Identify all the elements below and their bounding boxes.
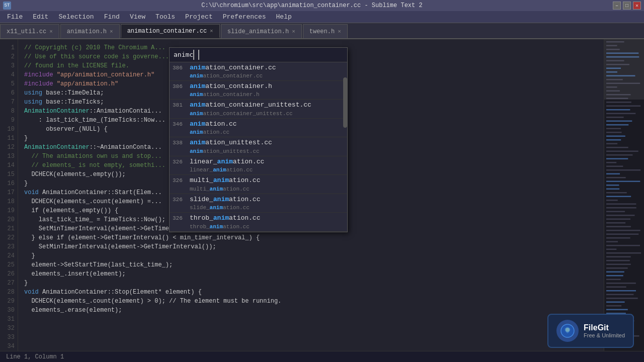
- ac-name: slide_animation.cc: [190, 195, 344, 204]
- tab-close-tab3[interactable]: ×: [210, 28, 213, 34]
- tab-close-tab1[interactable]: ×: [49, 29, 53, 35]
- ac-path: multi_animation.cc: [190, 186, 344, 193]
- autocomplete-scrollbar[interactable]: [343, 77, 347, 128]
- ac-score: 326: [173, 195, 190, 204]
- tab-bar: x11_util.cc×animation.h×animation_contai…: [0, 23, 644, 39]
- autocomplete-item[interactable]: 386 animation_container.h animation_cont…: [170, 81, 347, 100]
- menu-item-selection[interactable]: Selection: [53, 11, 99, 23]
- line-numbers: 1 2 3 4 5 6 7 8 910111213141516171819202…: [0, 39, 18, 351]
- line-number-11: 11: [4, 134, 15, 143]
- autocomplete-item[interactable]: 338 animation_unittest.cc animation_unit…: [170, 137, 347, 156]
- ac-content: animation_container_unittest.cc animatio…: [190, 101, 344, 117]
- code-area[interactable]: // Copyright (c) 2010 The Chromium A.../…: [18, 39, 604, 351]
- code-line-35: elements_.insert(element);: [24, 269, 604, 279]
- ac-name: throb_animation.cc: [190, 214, 344, 223]
- ac-name: animation_container.h: [190, 82, 344, 91]
- filegit-title: FileGit: [584, 323, 625, 332]
- ac-score: 326: [173, 157, 190, 166]
- autocomplete-input[interactable]: animc: [170, 48, 347, 62]
- line-number-24: 24: [4, 251, 15, 260]
- line-number-21: 21: [4, 224, 15, 233]
- line-number-17: 17: [4, 188, 15, 197]
- code-line-31: SetMinTimerInterval(element->GetTimerInt…: [24, 242, 604, 251]
- line-number-9: 9: [4, 116, 15, 125]
- line-number-25: 25: [4, 260, 15, 269]
- ac-name: animation_container.cc: [190, 63, 344, 72]
- ac-score: 326: [173, 214, 190, 223]
- tab-tab4[interactable]: slide_animation.h×: [221, 24, 302, 38]
- autocomplete-item[interactable]: 326 slide_animation.cc slide_animation.c…: [170, 194, 347, 213]
- tab-tab5[interactable]: tween.h×: [303, 24, 348, 38]
- ac-score: 346: [173, 120, 190, 129]
- autocomplete-item[interactable]: 326 multi_animation.cc multi_animation.c…: [170, 175, 347, 194]
- ac-content: linear_animation.cc linear_animation.cc: [190, 157, 344, 173]
- autocomplete-item[interactable]: 326 linear_animation.cc linear_animation…: [170, 156, 347, 175]
- line-number-29: 29: [4, 297, 15, 306]
- status-bar: Line 1, Column 1: [0, 351, 644, 362]
- line-number-13: 13: [4, 152, 15, 161]
- autocomplete-item[interactable]: 381 animation_container_unittest.cc anim…: [170, 100, 347, 118]
- menu-item-project[interactable]: Project: [180, 11, 218, 23]
- ac-path: linear_animation.cc: [190, 166, 344, 173]
- line-number-15: 15: [4, 170, 15, 179]
- ac-name: animation_container_unittest.cc: [190, 101, 344, 110]
- ac-content: animation_container.h animation_containe…: [190, 82, 344, 98]
- line-number-30: 30: [4, 306, 15, 315]
- minimize-button[interactable]: –: [613, 2, 621, 10]
- line-number-3: 3: [4, 61, 15, 70]
- menu-item-file[interactable]: File: [2, 11, 28, 23]
- autocomplete-item[interactable]: 326 throb_animation.cc throb_animation.c…: [170, 213, 347, 231]
- line-number-22: 22: [4, 233, 15, 242]
- autocomplete-item[interactable]: 346 animation.cc animation.cc: [170, 119, 347, 137]
- autocomplete-list[interactable]: 386 animation_container.cc animation_con…: [170, 62, 347, 232]
- tab-tab2[interactable]: animation.h×: [60, 24, 120, 38]
- menu-item-tools[interactable]: Tools: [150, 11, 180, 23]
- ac-content: slide_animation.cc slide_animation.cc: [190, 195, 344, 211]
- code-line-36: }: [24, 279, 604, 288]
- line-number-16: 16: [4, 179, 15, 188]
- ac-score: 338: [173, 138, 190, 147]
- ac-name: multi_animation.cc: [190, 176, 344, 185]
- code-line-38: void AnimationContainer::Stop(Element* e…: [24, 288, 604, 297]
- ac-path: slide_animation.cc: [190, 204, 344, 211]
- line-number-18: 18: [4, 197, 15, 206]
- status-position: Line 1, Column 1: [6, 353, 64, 360]
- close-button[interactable]: ✕: [633, 2, 641, 10]
- line-number-4: 4: [4, 70, 15, 79]
- line-number-1: 1: [4, 43, 15, 52]
- line-number-8: 8: [4, 107, 15, 116]
- ac-content: animation.cc animation.cc: [190, 120, 344, 136]
- filegit-watermark: FileGit Free & Unlimited: [547, 314, 634, 348]
- autocomplete-popup[interactable]: animc 386 animation_container.cc animati…: [169, 47, 348, 232]
- menu-item-edit[interactable]: Edit: [28, 11, 53, 23]
- code-line-39: DCHECK(elements_.count(element) > 0); //…: [24, 297, 604, 306]
- ac-path: animation_unittest.cc: [190, 148, 344, 155]
- maximize-button[interactable]: □: [623, 2, 631, 10]
- ac-path: animation_container_unittest.cc: [190, 110, 344, 117]
- menu-item-view[interactable]: View: [125, 11, 150, 23]
- line-number-23: 23: [4, 242, 15, 251]
- main-area: 1 2 3 4 5 6 7 8 910111213141516171819202…: [0, 39, 644, 351]
- tab-label: animation_container.cc: [127, 28, 207, 35]
- filegit-logo: [556, 320, 579, 342]
- line-number-5: 5: [4, 79, 15, 88]
- line-number-26: 26: [4, 269, 15, 279]
- autocomplete-item[interactable]: 386 animation_container.cc animation_con…: [170, 62, 347, 81]
- filegit-text: FileGit Free & Unlimited: [584, 323, 625, 338]
- line-number-34: 34: [4, 342, 15, 351]
- ac-score: 326: [173, 176, 190, 185]
- filegit-subtitle: Free & Unlimited: [584, 332, 625, 338]
- ac-name: linear_animation.cc: [190, 157, 344, 166]
- tab-tab1[interactable]: x11_util.cc×: [0, 24, 59, 38]
- menu-item-preferences[interactable]: Preferences: [218, 11, 271, 23]
- tab-close-tab4[interactable]: ×: [292, 29, 295, 35]
- menu-item-help[interactable]: Help: [271, 11, 297, 23]
- tab-close-tab5[interactable]: ×: [338, 29, 341, 35]
- line-number-31: 31: [4, 315, 15, 324]
- ac-score: 386: [173, 63, 190, 72]
- code-line-32: }: [24, 251, 604, 260]
- tab-close-tab2[interactable]: ×: [110, 29, 113, 35]
- menu-item-find[interactable]: Find: [99, 11, 125, 23]
- line-number-2: 2: [4, 52, 15, 61]
- tab-tab3[interactable]: animation_container.cc×: [121, 24, 220, 38]
